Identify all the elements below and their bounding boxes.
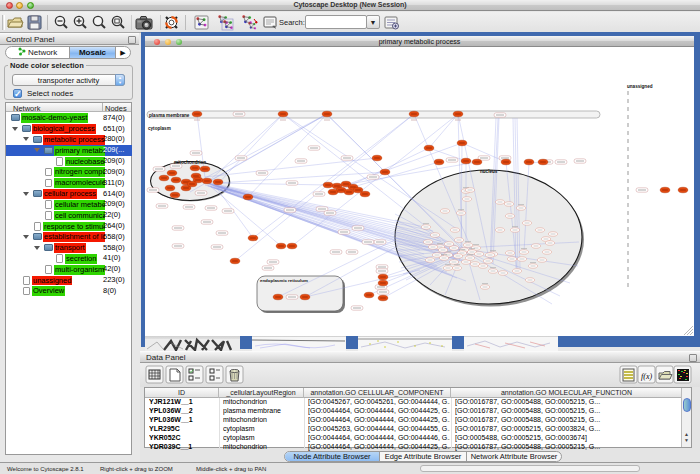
svg-text:f(x): f(x)	[641, 372, 652, 381]
svg-text:cytoplasm: cytoplasm	[148, 126, 171, 131]
svg-text:mitochondrion: mitochondrion	[174, 160, 206, 165]
svg-text:nucleus: nucleus	[480, 169, 498, 174]
svg-text:endoplasmic reticulum: endoplasmic reticulum	[260, 278, 308, 283]
svg-text:unassigned: unassigned	[627, 84, 653, 89]
svg-text:plasma membrane: plasma membrane	[149, 113, 190, 118]
